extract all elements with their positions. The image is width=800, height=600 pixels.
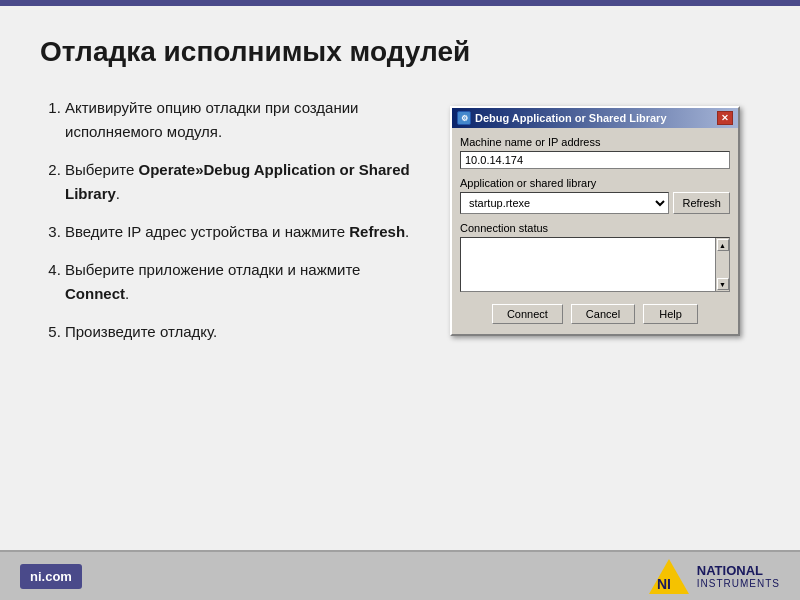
ni-brand-text: NATIONAL INSTRUMENTS <box>697 563 780 590</box>
list-item: Активируйте опцию отладки при создании и… <box>65 96 420 144</box>
help-button[interactable]: Help <box>643 304 698 324</box>
dialog-close-button[interactable]: ✕ <box>717 111 733 125</box>
app-row: startup.rtexe Refresh <box>460 192 730 214</box>
dialog-area: ⚙ Debug Application or Shared Library ✕ … <box>450 106 740 530</box>
svg-text:NI: NI <box>657 576 671 592</box>
scrollbar: ▲ ▼ <box>715 238 729 291</box>
step-2-text: Выберите Operate»Debug Application or Sh… <box>65 161 410 202</box>
dialog-title-icon: ⚙ <box>457 111 471 125</box>
connection-status-area: ▲ ▼ <box>460 237 730 292</box>
content-area: Активируйте опцию отладки при создании и… <box>40 96 760 530</box>
dialog-titlebar: ⚙ Debug Application or Shared Library ✕ <box>452 108 738 128</box>
dialog-box: ⚙ Debug Application or Shared Library ✕ … <box>450 106 740 336</box>
dialog-body: Machine name or IP address Application o… <box>452 128 738 334</box>
app-label: Application or shared library <box>460 177 730 189</box>
app-select[interactable]: startup.rtexe <box>460 192 669 214</box>
list-item: Произведите отладку. <box>65 320 420 344</box>
scroll-down-arrow[interactable]: ▼ <box>717 278 729 290</box>
step-4-text: Выберите приложение отладки и нажмите Co… <box>65 261 360 302</box>
list-item: Выберите приложение отладки и нажмите Co… <box>65 258 420 306</box>
list-item: Выберите Operate»Debug Application or Sh… <box>65 158 420 206</box>
step-4-bold: Connect <box>65 285 125 302</box>
ni-logo-icon: NI <box>649 559 689 594</box>
dialog-titlebar-left: ⚙ Debug Application or Shared Library <box>457 111 667 125</box>
ni-brand: NI NATIONAL INSTRUMENTS <box>649 559 780 594</box>
list-item: Введите IP адрес устройства и нажмите Re… <box>65 220 420 244</box>
step-5-text: Произведите отладку. <box>65 323 217 340</box>
refresh-button[interactable]: Refresh <box>673 192 730 214</box>
step-1-text: Активируйте опцию отладки при создании и… <box>65 99 359 140</box>
dialog-footer: Connect Cancel Help <box>460 300 730 326</box>
connect-button[interactable]: Connect <box>492 304 563 324</box>
national-text: NATIONAL <box>697 563 780 579</box>
instruments-text: INSTRUMENTS <box>697 578 780 589</box>
step-2-bold: Operate»Debug Application or Shared Libr… <box>65 161 410 202</box>
connection-status-inner <box>461 238 715 291</box>
machine-input[interactable] <box>460 151 730 169</box>
cancel-button[interactable]: Cancel <box>571 304 635 324</box>
ni-com-badge: ni.com <box>20 564 82 589</box>
machine-label: Machine name or IP address <box>460 136 730 148</box>
scroll-up-arrow[interactable]: ▲ <box>717 239 729 251</box>
slide-title: Отладка исполнимых модулей <box>40 36 760 68</box>
connection-label: Connection status <box>460 222 730 234</box>
step-3-bold: Refresh <box>349 223 405 240</box>
bottom-bar: ni.com NI NATIONAL INSTRUMENTS <box>0 550 800 600</box>
main-content: Отладка исполнимых модулей Активируйте о… <box>0 6 800 550</box>
instructions-list: Активируйте опцию отладки при создании и… <box>40 96 420 530</box>
dialog-title-text: Debug Application or Shared Library <box>475 112 667 124</box>
step-3-text: Введите IP адрес устройства и нажмите Re… <box>65 223 409 240</box>
slide: Отладка исполнимых модулей Активируйте о… <box>0 0 800 600</box>
